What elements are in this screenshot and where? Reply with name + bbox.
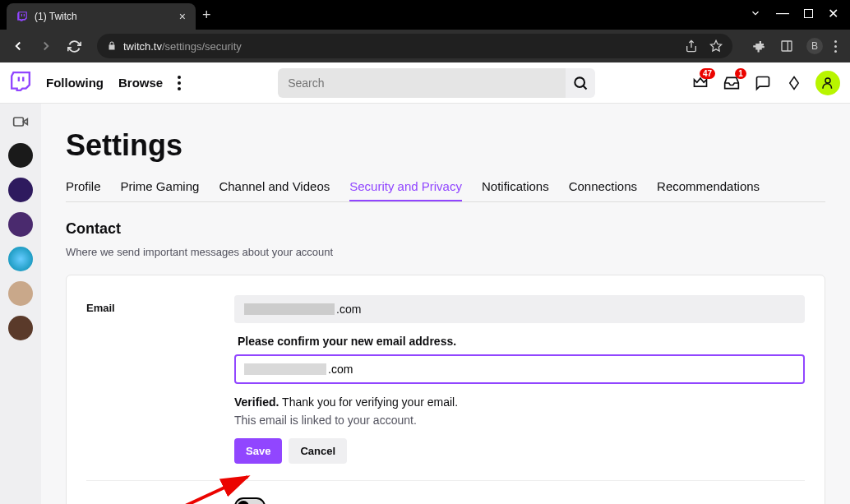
search-icon (572, 75, 589, 91)
followed-channel-2[interactable] (8, 178, 33, 202)
followed-channel-4[interactable] (8, 247, 33, 271)
close-window-icon[interactable]: ✕ (828, 6, 838, 21)
sidepanel-icon[interactable] (778, 38, 795, 54)
settings-tabs: Profile Prime Gaming Channel and Videos … (66, 179, 825, 202)
tab-recommendations[interactable]: Recommendations (657, 179, 760, 201)
window-controls: — ✕ (750, 0, 850, 26)
browser-profile[interactable]: B (806, 38, 823, 54)
enable-additional-toggle[interactable] (234, 497, 266, 504)
close-tab-icon[interactable]: × (179, 10, 186, 23)
page-title: Settings (66, 128, 825, 163)
bookmark-star-icon[interactable] (709, 39, 723, 53)
inbox-badge: 1 (735, 68, 746, 79)
minimize-icon[interactable]: — (776, 6, 789, 21)
toggle-knob (238, 501, 249, 504)
save-button[interactable]: Save (234, 438, 282, 464)
browser-tab[interactable]: (1) Twitch × (7, 3, 196, 30)
url-host: twitch.tv (123, 40, 162, 53)
email-label: Email (86, 295, 201, 464)
nav-browse[interactable]: Browse (118, 76, 163, 90)
maximize-icon[interactable] (804, 9, 813, 18)
twitch-favicon-icon (16, 11, 28, 22)
bits-icon[interactable] (784, 73, 804, 93)
verified-line: Verified. Thank you for verifying your e… (234, 395, 805, 409)
search-input[interactable] (278, 68, 566, 98)
tab-notifications[interactable]: Notifications (482, 179, 549, 201)
tab-channel-videos[interactable]: Channel and Videos (219, 179, 330, 201)
tab-connections[interactable]: Connections (569, 179, 637, 201)
svg-marker-0 (710, 40, 721, 51)
prime-badge: 47 (700, 68, 715, 79)
nav-following[interactable]: Following (46, 76, 104, 90)
confirm-email-input[interactable]: .com (234, 354, 805, 384)
contact-subtext: Where we send important messages about y… (66, 246, 825, 258)
twitch-logo-icon[interactable] (10, 71, 31, 95)
email-input-suffix: .com (328, 363, 353, 376)
contact-card: Email .com Please confirm your new email… (66, 275, 825, 504)
more-menu-icon[interactable] (178, 76, 181, 90)
browser-tab-title: (1) Twitch (35, 11, 173, 22)
browser-menu-icon[interactable] (834, 40, 837, 53)
followed-channel-5[interactable] (8, 281, 33, 306)
svg-rect-1 (782, 41, 792, 51)
tab-profile[interactable]: Profile (66, 179, 101, 201)
forward-button[interactable] (35, 35, 58, 58)
cancel-button[interactable]: Cancel (289, 438, 347, 464)
new-tab-button[interactable]: + (202, 7, 211, 24)
browser-tab-strip: (1) Twitch × + — ✕ (0, 0, 850, 30)
followed-channel-3[interactable] (8, 212, 33, 237)
search-button[interactable] (566, 68, 595, 98)
svg-line-6 (584, 86, 587, 89)
tab-security-privacy[interactable]: Security and Privacy (349, 179, 462, 201)
main-content: Settings Profile Prime Gaming Channel an… (41, 104, 850, 504)
contact-heading: Contact (66, 220, 825, 238)
enable-additional-label: Enable additional (86, 497, 201, 504)
back-button[interactable] (7, 35, 30, 58)
user-avatar[interactable] (815, 71, 840, 95)
share-icon[interactable] (685, 39, 698, 53)
svg-point-7 (825, 78, 830, 83)
redacted-text (244, 303, 335, 315)
tab-prime-gaming[interactable]: Prime Gaming (121, 179, 200, 201)
svg-rect-8 (14, 118, 24, 126)
prime-loot-icon[interactable]: 47 (691, 73, 710, 93)
url-path: /settings/security (162, 40, 242, 53)
extensions-icon[interactable] (751, 38, 767, 54)
email-suffix: .com (336, 303, 361, 316)
chevron-down-icon[interactable] (750, 7, 761, 19)
lock-icon (107, 41, 117, 51)
address-bar[interactable]: twitch.tv/settings/security (97, 34, 732, 58)
browser-toolbar: twitch.tv/settings/security B (0, 30, 850, 62)
linked-text: This email is linked to your account. (234, 414, 805, 427)
camera-icon[interactable] (9, 110, 32, 133)
svg-point-5 (575, 77, 585, 87)
whispers-icon[interactable] (753, 73, 773, 93)
inbox-icon[interactable]: 1 (722, 73, 741, 93)
followed-channel-1[interactable] (8, 143, 33, 168)
reload-button[interactable] (62, 35, 85, 58)
redacted-input (244, 363, 326, 375)
left-rail (0, 104, 41, 504)
twitch-topnav: Following Browse 47 1 (0, 62, 850, 104)
email-readonly: .com (234, 295, 805, 323)
followed-channel-6[interactable] (8, 316, 33, 340)
confirm-email-message: Please confirm your new email address. (238, 335, 805, 348)
